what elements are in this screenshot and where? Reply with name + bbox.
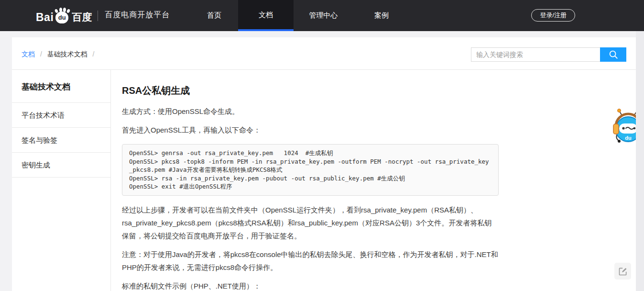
nav-tab-cases[interactable]: 案例: [353, 0, 410, 31]
breadcrumb: 文档 / 基础技术文档 /: [22, 50, 98, 59]
paragraph-java-note: 注意：对于使用Java的开发者，将pkcs8在console中输出的私钥去除头尾…: [122, 248, 499, 274]
logo-text-cn: 百度: [72, 11, 92, 24]
logo-text-bai: Bai: [36, 11, 54, 24]
logo-area: Bai du 百度 百度电商开放平台: [36, 0, 170, 31]
compose-pencil-icon: [618, 267, 628, 276]
content-row: 基础技术文档 平台技术术语 签名与验签 密钥生成 RSA公私钥生成 生成方式：使…: [12, 70, 636, 291]
breadcrumb-separator: /: [93, 50, 95, 58]
sidebar-item-sign-verify[interactable]: 签名与验签: [12, 128, 110, 153]
top-header: Bai du 百度 百度电商开放平台 首页 文档 管理中心 案例 登录/注册: [0, 0, 644, 31]
baidu-logo[interactable]: Bai du 百度: [36, 8, 92, 24]
nav-tab-admin[interactable]: 管理中心: [294, 0, 353, 31]
page-title: RSA公私钥生成: [122, 84, 499, 97]
breadcrumb-search-bar: 文档 / 基础技术文档 /: [12, 37, 636, 70]
nav-tab-docs[interactable]: 文档: [238, 0, 294, 31]
breadcrumb-docs-link[interactable]: 文档: [22, 50, 35, 58]
page-scrollbar[interactable]: [636, 31, 644, 291]
sidebar-title: 基础技术文档: [12, 70, 110, 103]
breadcrumb-separator: /: [40, 50, 42, 58]
doc-sidebar: 基础技术文档 平台技术术语 签名与验签 密钥生成: [12, 70, 111, 291]
site-name: 百度电商开放平台: [105, 10, 170, 21]
search-button[interactable]: [600, 47, 626, 62]
paragraph-private-key-example-label: 标准的私钥文件示例（PHP、.NET使用）：: [122, 280, 499, 291]
nav-tab-home[interactable]: 首页: [190, 0, 238, 31]
baidu-paw-icon: du: [54, 8, 70, 24]
sidebar-item-platform-terms[interactable]: 平台技术术语: [12, 103, 110, 128]
top-nav: 首页 文档 管理中心 案例: [190, 0, 410, 31]
paragraph-generation-method: 生成方式：使用OpenSSL命令生成。: [122, 105, 499, 118]
paragraph-steps-result: 经过以上步骤，开发者可以在当前文件夹中（OpenSSL运行文件夹），看到rsa_…: [122, 203, 499, 242]
search-box: [471, 47, 626, 62]
magnifier-icon: [608, 49, 619, 60]
article: RSA公私钥生成 生成方式：使用OpenSSL命令生成。 首先进入OpenSSL…: [111, 70, 636, 291]
breadcrumb-current: 基础技术文档: [47, 50, 87, 58]
paragraph-openssl-intro: 首先进入OpenSSL工具，再输入以下命令：: [122, 123, 499, 136]
logo-text-du: du: [58, 14, 66, 21]
mascot-du-label: du: [625, 135, 631, 141]
feedback-edit-button[interactable]: [614, 263, 631, 280]
sidebar-item-key-generation[interactable]: 密钥生成: [12, 153, 110, 178]
search-input[interactable]: [471, 47, 600, 62]
code-block-openssl-commands: OpenSSL> genrsa -out rsa_private_key.pem…: [122, 144, 499, 196]
content-card: 文档 / 基础技术文档 / 基础技术文档 平台技术术语 签名与验签 密钥生成: [12, 37, 636, 291]
login-register-button[interactable]: 登录/注册: [531, 9, 575, 22]
logo-divider: [98, 11, 98, 21]
